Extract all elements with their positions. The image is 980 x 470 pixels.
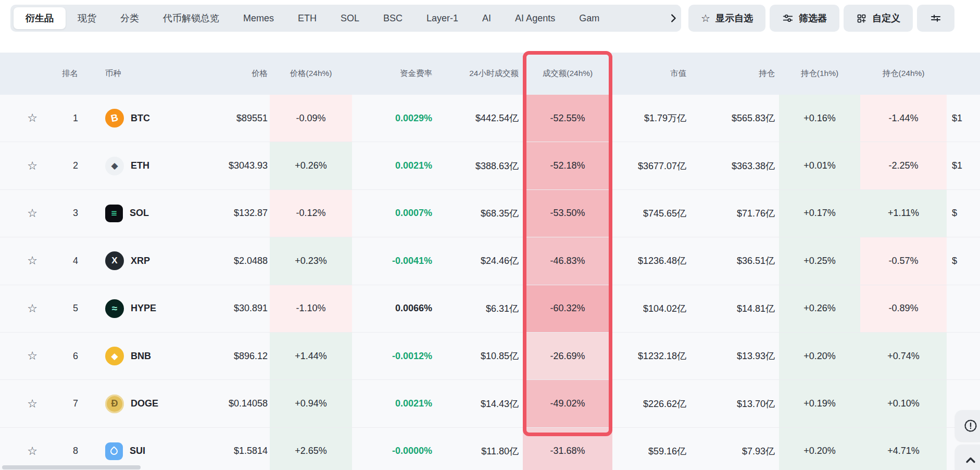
- customize-button[interactable]: 自定义: [844, 5, 913, 32]
- tab-SOL[interactable]: SOL: [329, 7, 371, 29]
- chevron-right-icon: [668, 12, 679, 24]
- price-change-24h-cell: -1.10%: [270, 285, 352, 332]
- tab-分类[interactable]: 分类: [108, 7, 151, 29]
- oi-change-24h-cell: -2.25%: [860, 142, 947, 189]
- volume-change-24h-cell: -53.50%: [523, 190, 612, 237]
- volume-24h-cell: $11.80亿: [434, 428, 523, 470]
- oi-change-1h-cell: +0.20%: [779, 333, 860, 379]
- tab-现货[interactable]: 现货: [66, 7, 108, 29]
- table-row-HYPE: ☆5≈HYPE$30.891-1.10%0.0066%$6.31亿-60.32%…: [0, 285, 980, 333]
- show-favorites-button[interactable]: ☆显示自选: [688, 5, 765, 32]
- column-header[interactable]: 市值: [612, 53, 689, 95]
- topbar-actions: ☆显示自选筛选器自定义: [688, 5, 954, 32]
- favorite-star-icon[interactable]: ☆: [0, 237, 51, 284]
- funding-rate-cell: 0.0029%: [352, 95, 434, 142]
- volume-change-24h-cell: -52.18%: [523, 142, 612, 189]
- table-body: ☆1BBTC$89551-0.09%0.0029%$442.54亿-52.55%…: [0, 95, 980, 470]
- open-interest-cell: $7.93亿: [689, 428, 779, 470]
- badge-alert-icon: [963, 418, 978, 434]
- volume-24h-cell: $14.43亿: [434, 380, 523, 427]
- coin-icon-bnb: ◆: [105, 347, 124, 365]
- tab-ETH[interactable]: ETH: [286, 7, 329, 29]
- favorite-star-icon[interactable]: ☆: [0, 380, 51, 427]
- volume-change-24h-cell: -49.02%: [523, 380, 612, 427]
- column-header[interactable]: 持仓: [689, 53, 779, 95]
- volume-24h-cell: $10.85亿: [434, 333, 523, 379]
- rank-cell: 5: [51, 285, 81, 332]
- favorite-star-icon[interactable]: ☆: [0, 95, 51, 142]
- oi-change-1h-cell: +0.01%: [779, 142, 860, 189]
- header-partial: [947, 53, 980, 95]
- favorite-star-icon[interactable]: ☆: [0, 142, 51, 189]
- header-favorite: [0, 53, 51, 95]
- chevron-up-icon: [963, 453, 978, 467]
- price-cell: $1.5814: [185, 428, 270, 470]
- coin-cell[interactable]: BBTC: [81, 95, 185, 142]
- tab-代币解锁总览[interactable]: 代币解锁总览: [151, 7, 231, 29]
- oi-change-24h-cell: +0.10%: [860, 380, 947, 427]
- coin-symbol: SOL: [130, 208, 149, 219]
- open-interest-cell: $565.83亿: [689, 95, 779, 142]
- tab-AI Agents[interactable]: AI Agents: [503, 7, 567, 29]
- coin-icon-xrp: X: [105, 251, 124, 270]
- tab-AI[interactable]: AI: [470, 7, 503, 29]
- next-column-partial-cell: $1: [947, 95, 980, 142]
- tab-衍生品[interactable]: 衍生品: [14, 7, 66, 29]
- tab-Memes[interactable]: Memes: [231, 7, 286, 29]
- derivatives-screener-page: 衍生品现货分类代币解锁总览MemesETHSOLBSCLayer-1AIAI A…: [0, 0, 980, 470]
- alert-fab-button[interactable]: [955, 410, 980, 441]
- coin-icon-btc: B: [105, 109, 124, 128]
- coin-cell[interactable]: ÐDOGE: [81, 380, 185, 427]
- table-row-ETH: ☆2◆ETH$3043.93+0.26%0.0021%$388.63亿-52.1…: [0, 142, 980, 189]
- column-header[interactable]: 成交额(24h%): [523, 53, 612, 95]
- column-header[interactable]: 排名: [51, 53, 81, 95]
- rank-cell: 7: [51, 380, 81, 427]
- menu-sliders-icon: [929, 12, 942, 24]
- tab-Layer-1[interactable]: Layer-1: [414, 7, 470, 29]
- column-header[interactable]: 持仓(24h%): [860, 53, 947, 95]
- funding-rate-cell: 0.0021%: [352, 142, 434, 189]
- column-header[interactable]: 价格(24h%): [270, 53, 352, 95]
- volume-24h-cell: $388.63亿: [434, 142, 523, 189]
- tab-BSC[interactable]: BSC: [371, 7, 414, 29]
- coin-cell[interactable]: ◆BNB: [81, 333, 185, 379]
- column-settings-button[interactable]: [917, 5, 954, 32]
- horizontal-scrollbar-thumb[interactable]: [2, 465, 141, 469]
- favorite-star-icon[interactable]: ☆: [0, 428, 51, 470]
- coin-cell[interactable]: ◆ETH: [81, 142, 185, 189]
- volume-change-24h-cell: -60.32%: [523, 285, 612, 332]
- oi-change-24h-cell: +4.71%: [860, 428, 947, 470]
- favorite-star-icon[interactable]: ☆: [0, 285, 51, 332]
- rank-cell: 3: [51, 190, 81, 237]
- coin-cell[interactable]: ≈HYPE: [81, 285, 185, 332]
- market-cap-cell: $3677.07亿: [612, 142, 689, 189]
- favorite-star-icon[interactable]: ☆: [0, 190, 51, 237]
- coin-icon-eth: ◆: [105, 157, 124, 175]
- oi-change-24h-cell: -1.44%: [860, 95, 947, 142]
- rank-cell: 4: [51, 237, 81, 284]
- column-header[interactable]: 币种: [81, 53, 185, 95]
- price-cell: $3043.93: [185, 142, 270, 189]
- coin-cell[interactable]: XXRP: [81, 237, 185, 284]
- rank-cell: 2: [51, 142, 81, 189]
- coin-cell[interactable]: SUI: [81, 428, 185, 470]
- column-header[interactable]: 价格: [185, 53, 270, 95]
- next-column-partial-cell: $1: [947, 142, 980, 189]
- market-cap-cell: $226.62亿: [612, 380, 689, 427]
- column-header[interactable]: 资金费率: [352, 53, 434, 95]
- tab-Gam[interactable]: Gam: [567, 7, 611, 29]
- coin-icon-sui: [105, 442, 123, 460]
- tab-list: 衍生品现货分类代币解锁总览MemesETHSOLBSCLayer-1AIAI A…: [10, 5, 681, 32]
- oi-change-24h-cell: +1.11%: [860, 190, 947, 237]
- favorite-star-icon[interactable]: ☆: [0, 333, 51, 379]
- filter-button[interactable]: 筛选器: [770, 5, 839, 32]
- tabs-scroll-right-button[interactable]: [658, 5, 681, 32]
- button-label: 显示自选: [715, 12, 753, 24]
- column-header[interactable]: 24小时成交额: [434, 53, 523, 95]
- button-label: 筛选器: [799, 12, 827, 24]
- market-cap-cell: $59.16亿: [612, 428, 689, 470]
- back-to-top-button[interactable]: [955, 444, 980, 470]
- column-header[interactable]: 持仓(1h%): [779, 53, 860, 95]
- coin-cell[interactable]: ≡SOL: [81, 190, 185, 237]
- funding-rate-cell: 0.0007%: [352, 190, 434, 237]
